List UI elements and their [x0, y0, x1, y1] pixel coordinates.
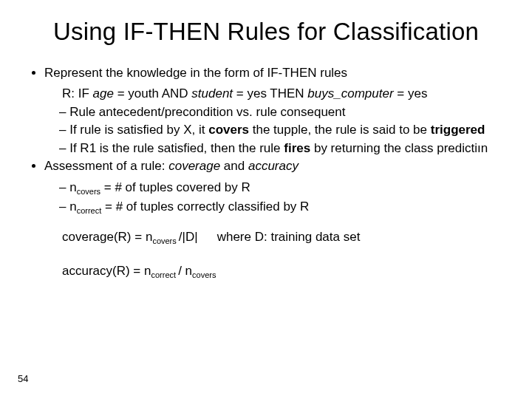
f2sub1: correct	[151, 271, 178, 280]
rule-buys: buys_computer	[307, 86, 393, 100]
rule-end: = yes	[394, 86, 428, 100]
f2a: accuracy(R) = n	[62, 264, 151, 278]
rule-prefix: R: IF	[62, 86, 93, 100]
rule-line: R: IF age = youth AND student = yes THEN…	[21, 86, 511, 102]
s5a: n	[69, 200, 76, 214]
sub-4: ncovers = # of tuples covered by R	[59, 180, 511, 197]
rule-mid1: = youth AND	[114, 86, 191, 100]
f1b: /|D|	[179, 230, 198, 244]
sub-2: If rule is satisfied by X, it covers the…	[59, 122, 511, 138]
s5b: = # of tuples correctly classified by R	[101, 200, 309, 214]
sub-2c: the tupple, the rule is said to be	[249, 123, 431, 137]
f1sub: covers	[152, 237, 178, 246]
sub-5: ncorrect = # of tuples correctly classif…	[59, 199, 511, 216]
bullet-1: Represent the knowledge in the form of I…	[44, 65, 511, 81]
bullet-2: Assessment of a rule: coverage and accur…	[44, 158, 511, 174]
rule-age: age	[93, 86, 114, 100]
formula-coverage: coverage(R) = ncovers /|D|where D: train…	[62, 229, 511, 247]
s5sub: correct	[77, 206, 102, 215]
sub-list-2: ncovers = # of tuples covered by R ncorr…	[21, 180, 511, 216]
b2b: coverage	[168, 159, 220, 173]
s4b: = # of tuples covered by R	[100, 180, 250, 194]
f1a: coverage(R) = n	[62, 230, 152, 244]
s4a: n	[69, 180, 76, 194]
f1where: where D: training data set	[217, 230, 361, 244]
sub-2b: covers	[208, 123, 249, 137]
bullet-list: Represent the knowledge in the form of I…	[21, 65, 511, 81]
sub-1: Rule antecedent/precondition vs. rule co…	[59, 104, 511, 120]
bullet-list-2: Assessment of a rule: coverage and accur…	[21, 158, 511, 174]
sub-list-1: Rule antecedent/precondition vs. rule co…	[21, 104, 511, 157]
sub-3c: by returning the class predictiın	[310, 141, 488, 155]
b2c: and	[220, 159, 248, 173]
sub-3: If R1 is the rule satisfied, then the ru…	[59, 140, 511, 157]
f2b: / n	[178, 264, 192, 278]
formula-accuracy: accuracy(R) = ncorrect / ncovers	[62, 263, 511, 281]
rule-student: student	[191, 86, 233, 100]
slide: { "title": "Using IF-THEN Rules for Clas…	[0, 0, 532, 399]
rule-mid2: = yes THEN	[233, 86, 307, 100]
sub-3a: If R1 is the rule satisfied, then the ru…	[69, 141, 284, 155]
slide-title: Using IF-THEN Rules for Classification	[28, 18, 504, 46]
sub-3b: fires	[284, 141, 310, 155]
sub-2a: If rule is satisfied by X, it	[69, 123, 208, 137]
f2sub2: covers	[192, 271, 216, 280]
b2d: accuracy	[248, 159, 299, 173]
b2a: Assessment of a rule:	[44, 159, 168, 173]
s4sub: covers	[77, 187, 100, 196]
content-area: Represent the knowledge in the form of I…	[21, 65, 511, 281]
sub-2d: triggered	[431, 123, 485, 137]
page-number: 54	[18, 373, 28, 384]
formula-block: coverage(R) = ncovers /|D|where D: train…	[21, 229, 511, 281]
